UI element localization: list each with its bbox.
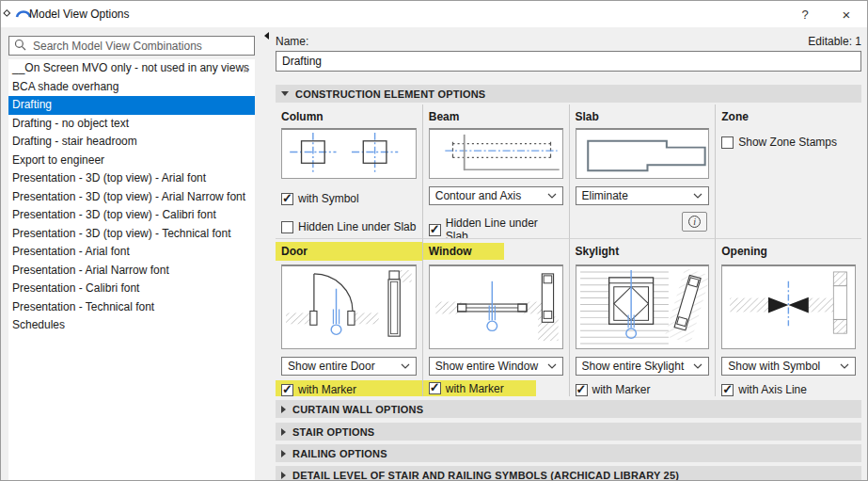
checkbox-box[interactable] [281, 384, 293, 396]
list-item[interactable]: Presentation - Arial font [8, 243, 255, 262]
list-item[interactable]: __On Screen MVO only - not used in any v… [8, 59, 255, 78]
section-label: CONSTRUCTION ELEMENT OPTIONS [295, 88, 485, 100]
section-construction-element-options[interactable]: CONSTRUCTION ELEMENT OPTIONS [276, 85, 861, 103]
search-box[interactable] [8, 36, 255, 56]
list-item[interactable]: Presentation - 3D (top view) - Arial Nar… [8, 188, 255, 207]
beam-display-dropdown[interactable]: Contour and Axis [429, 186, 563, 205]
door-label-highlight: Door [276, 242, 422, 261]
column-hidden-line-checkbox[interactable]: Hidden Line under Slab [281, 220, 417, 233]
construction-options-grid: Column with Symbol [276, 104, 861, 396]
section-detail-level-stair-railing[interactable]: DETAIL LEVEL OF STAIR AND RAILING SYMBOL… [276, 466, 861, 481]
info-icon: i [688, 216, 701, 228]
window-panel: Window [422, 238, 569, 396]
dropdown-value: Show entire Window [435, 360, 544, 373]
list-item[interactable]: Drafting - no object text [8, 115, 255, 134]
section-railing-options[interactable]: RAILING OPTIONS [276, 444, 861, 462]
opening-label: Opening [721, 245, 767, 258]
list-item[interactable]: Schedules [8, 316, 255, 335]
slab-info-button[interactable]: i [682, 212, 707, 232]
beam-hidden-line-checkbox[interactable]: Hidden Line under Slab [429, 216, 563, 238]
column-panel: Column with Symbol [276, 104, 422, 238]
mvo-combination-list[interactable]: ∧ __On Screen MVO only - not used in any… [8, 59, 255, 480]
door-panel: Door [276, 238, 422, 396]
checkbox-box[interactable] [721, 136, 734, 149]
checkbox-box[interactable] [281, 221, 293, 233]
opening-label-row: Opening [721, 242, 856, 261]
checkbox-label: Show Zone Stamps [738, 136, 837, 149]
list-item[interactable]: Presentation - Calibri font [8, 280, 255, 298]
checkbox-box[interactable] [281, 193, 293, 205]
list-item[interactable]: Drafting [8, 96, 255, 115]
slab-label: Slab [576, 110, 710, 124]
checkbox-label: with Axis Line [738, 383, 807, 396]
door-with-marker-checkbox[interactable]: with Marker [281, 383, 356, 396]
dialog-title: Model View Options [29, 8, 130, 21]
checkbox-box[interactable] [429, 382, 441, 394]
zone-label: Zone [721, 110, 856, 124]
section-stair-options[interactable]: STAIR OPTIONS [276, 423, 861, 441]
name-label: Name: [276, 35, 308, 48]
list-item[interactable]: BCA shade overhang [8, 78, 255, 97]
list-item[interactable]: Presentation - 3D (top view) - Arial fon… [8, 169, 255, 188]
skylight-label: Skylight [576, 245, 620, 258]
section-label: DETAIL LEVEL OF STAIR AND RAILING SYMBOL… [292, 470, 679, 481]
skylight-with-marker-checkbox[interactable]: with Marker [576, 383, 651, 396]
door-display-dropdown[interactable]: Show entire Door [281, 357, 417, 376]
dropdown-value: Show with Symbol [728, 360, 836, 373]
skylight-display-dropdown[interactable]: Show entire Skylight [576, 357, 710, 376]
with-axis-line-checkbox[interactable]: with Axis Line [721, 383, 807, 396]
opening-display-dropdown[interactable]: Show with Symbol [721, 357, 856, 376]
dropdown-value: Eliminate [582, 189, 690, 202]
opening-axis-row: with Axis Line [721, 380, 856, 396]
slab-panel: Slab Eliminate i [569, 104, 716, 238]
checkbox-box[interactable] [721, 384, 734, 396]
section-curtain-wall-options[interactable]: CURTAIN WALL OPTIONS [276, 400, 861, 418]
show-zone-stamps-checkbox[interactable]: Show Zone Stamps [721, 136, 856, 149]
list-item[interactable]: Presentation - 3D (top view) - Calibri f… [8, 206, 255, 225]
checkbox-label: with Marker [446, 382, 504, 395]
scrollbar-up-icon[interactable]: ∧ [243, 65, 249, 74]
list-item[interactable]: Drafting - stair headroom [8, 133, 255, 152]
column-preview [281, 128, 417, 179]
section-label: RAILING OPTIONS [292, 448, 387, 459]
beam-label: Beam [429, 110, 563, 124]
chevron-down-icon [547, 193, 557, 199]
zone-panel: Zone Show Zone Stamps [715, 104, 861, 238]
beam-panel: Beam Contour and Axis [422, 104, 569, 238]
list-item[interactable]: Presentation - Arial Narrow font [8, 262, 255, 281]
opening-preview [721, 265, 856, 349]
column-label: Column [281, 110, 417, 124]
beam-preview [429, 128, 563, 179]
chevron-down-icon [840, 363, 849, 369]
slab-display-dropdown[interactable]: Eliminate [576, 186, 710, 205]
triangle-right-icon [281, 450, 286, 457]
search-icon [14, 39, 26, 54]
close-button[interactable]: × [828, 1, 865, 27]
editable-count-label: Editable: 1 [808, 35, 861, 48]
checkbox-box[interactable] [429, 224, 441, 236]
triangle-right-icon [281, 406, 286, 413]
checkbox-label: with Symbol [298, 192, 359, 205]
search-input[interactable] [31, 39, 249, 54]
window-label: Window [429, 245, 472, 258]
with-symbol-checkbox[interactable]: with Symbol [281, 192, 417, 205]
section-label: CURTAIN WALL OPTIONS [292, 404, 423, 415]
window-display-dropdown[interactable]: Show entire Window [429, 357, 563, 376]
checkbox-box[interactable] [576, 384, 588, 396]
door-marker-highlight: with Marker [276, 380, 422, 396]
window-with-marker-checkbox[interactable]: with Marker [429, 382, 504, 395]
name-input[interactable] [276, 51, 861, 72]
chevron-down-icon [693, 363, 702, 369]
list-item[interactable]: Presentation - Technical font [8, 298, 255, 317]
list-item[interactable]: Presentation - 3D (top view) - Technical… [8, 225, 255, 244]
checkbox-label: with Marker [592, 383, 651, 396]
triangle-right-icon [281, 428, 286, 436]
skylight-marker-row: with Marker [576, 380, 710, 396]
door-label: Door [281, 245, 308, 258]
opening-panel: Opening Show with Symbol [715, 238, 861, 396]
dropdown-value: Show entire Skylight [582, 360, 690, 373]
window-preview [429, 265, 563, 349]
help-button[interactable]: ? [786, 1, 824, 27]
skylight-preview [576, 265, 710, 349]
list-item[interactable]: Export to engineer [8, 152, 255, 170]
